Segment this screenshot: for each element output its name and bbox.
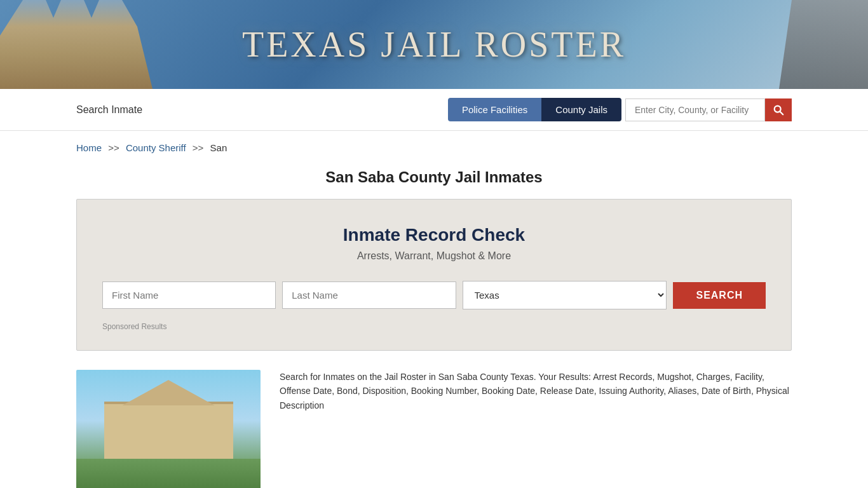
header-banner: Texas Jail Roster bbox=[0, 0, 868, 89]
building-top-decoration bbox=[123, 380, 215, 405]
keys-image bbox=[741, 0, 868, 89]
sponsored-label: Sponsored Results bbox=[102, 322, 766, 331]
last-name-input[interactable] bbox=[282, 281, 456, 309]
jail-image bbox=[76, 370, 261, 488]
county-jails-button[interactable]: County Jails bbox=[541, 98, 621, 121]
svg-line-1 bbox=[780, 111, 783, 114]
building-decoration bbox=[104, 402, 233, 459]
facility-search-button[interactable] bbox=[765, 98, 792, 121]
bottom-section: Search for Inmates on the Jail Roster in… bbox=[0, 370, 868, 488]
capitol-building-image bbox=[0, 0, 153, 89]
search-inmate-label: Search Inmate bbox=[76, 104, 142, 116]
grass-decoration bbox=[76, 459, 261, 488]
search-form-row: AlabamaAlaskaArizonaArkansasCaliforniaCo… bbox=[102, 281, 766, 309]
search-button[interactable]: SEARCH bbox=[673, 282, 766, 309]
breadcrumb-current: San bbox=[210, 142, 227, 153]
breadcrumb-separator-2: >> bbox=[193, 142, 204, 153]
first-name-input[interactable] bbox=[102, 281, 276, 309]
police-facilities-button[interactable]: Police Facilities bbox=[448, 98, 541, 121]
facility-search-input[interactable] bbox=[625, 98, 765, 121]
state-select[interactable]: AlabamaAlaskaArizonaArkansasCaliforniaCo… bbox=[463, 281, 667, 309]
description-text: Search for Inmates on the Jail Roster in… bbox=[280, 370, 792, 488]
nav-buttons: Police Facilities County Jails bbox=[448, 98, 792, 121]
inmate-record-box: Inmate Record Check Arrests, Warrant, Mu… bbox=[76, 199, 792, 351]
breadcrumb: Home >> County Sheriff >> San bbox=[0, 131, 868, 159]
site-title: Texas Jail Roster bbox=[242, 24, 626, 65]
nav-bar: Search Inmate Police Facilities County J… bbox=[0, 89, 868, 131]
breadcrumb-home[interactable]: Home bbox=[76, 142, 102, 153]
page-title: San Saba County Jail Inmates bbox=[0, 159, 868, 199]
record-check-title: Inmate Record Check bbox=[102, 225, 766, 245]
breadcrumb-county-sheriff[interactable]: County Sheriff bbox=[126, 142, 186, 153]
breadcrumb-separator-1: >> bbox=[108, 142, 119, 153]
search-icon bbox=[773, 104, 784, 116]
record-check-subtitle: Arrests, Warrant, Mugshot & More bbox=[102, 250, 766, 262]
